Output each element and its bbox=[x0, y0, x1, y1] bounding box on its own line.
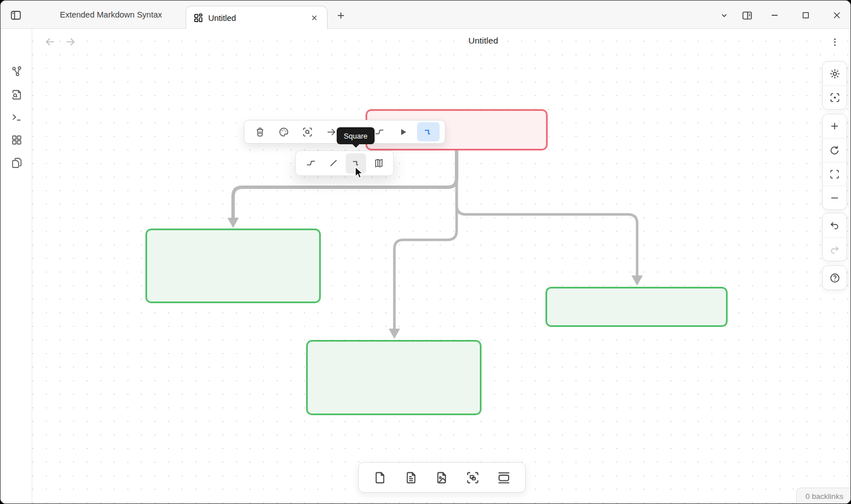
frame-capture-icon[interactable] bbox=[462, 466, 484, 489]
tooltip: Square bbox=[337, 127, 375, 144]
kebab-menu-icon[interactable] bbox=[827, 35, 842, 49]
panel-left-icon[interactable] bbox=[8, 8, 23, 23]
terminal-icon[interactable] bbox=[9, 110, 24, 124]
backlinks-badge[interactable]: 0 backlinks bbox=[796, 488, 851, 504]
maximize-icon[interactable] bbox=[798, 7, 814, 23]
frame-zoom-icon[interactable] bbox=[298, 122, 318, 141]
tab-label: Untitled bbox=[208, 14, 303, 23]
plus-icon[interactable] bbox=[823, 114, 846, 138]
left-sidebar bbox=[1, 29, 32, 504]
grid-icon[interactable] bbox=[9, 132, 24, 147]
tab-bar: Extended Markdown Syntax Untitled bbox=[1, 1, 851, 29]
minus-icon[interactable] bbox=[823, 186, 846, 209]
tab-label: Extended Markdown Syntax bbox=[60, 10, 162, 19]
fit-screen-icon[interactable] bbox=[823, 162, 846, 186]
new-page-icon[interactable] bbox=[368, 466, 391, 489]
text-doc-icon[interactable] bbox=[399, 466, 422, 489]
minimize-icon[interactable] bbox=[767, 7, 783, 23]
curve-icon[interactable] bbox=[300, 153, 321, 174]
frame-focus-icon[interactable] bbox=[823, 85, 846, 109]
connector-shape-menu bbox=[295, 150, 394, 176]
square-connector-icon[interactable] bbox=[417, 122, 440, 141]
trash-icon[interactable] bbox=[250, 122, 270, 141]
play-icon[interactable] bbox=[393, 122, 414, 141]
tab-extended-markdown-syntax[interactable]: Extended Markdown Syntax bbox=[40, 1, 182, 29]
backlinks-label: 0 backlinks bbox=[806, 492, 844, 501]
split-view-icon[interactable] bbox=[739, 7, 755, 23]
close-icon[interactable] bbox=[308, 12, 320, 24]
pages-icon[interactable] bbox=[9, 155, 24, 170]
page-title: Untitled bbox=[435, 36, 532, 46]
palette-icon[interactable] bbox=[273, 122, 294, 141]
undo-icon[interactable] bbox=[823, 213, 846, 237]
right-toolbar-group-zoom bbox=[822, 114, 847, 210]
tooltip-label: Square bbox=[344, 132, 368, 140]
right-toolbar-group-history bbox=[822, 213, 847, 261]
edgeless-canvas[interactable]: Untitled bbox=[32, 29, 851, 504]
square-corner-icon[interactable] bbox=[346, 153, 366, 174]
tab-untitled[interactable]: Untitled bbox=[186, 6, 328, 29]
presentation-icon[interactable] bbox=[493, 466, 515, 489]
right-toolbar-group-help bbox=[822, 265, 847, 290]
doc-search-icon[interactable] bbox=[9, 87, 24, 102]
map-icon[interactable] bbox=[368, 153, 389, 174]
settings-icon[interactable] bbox=[823, 62, 846, 85]
app-window: Extended Markdown Syntax Untitled bbox=[0, 0, 851, 504]
shape-node-green-bottom[interactable] bbox=[306, 340, 482, 415]
arrow-right-icon[interactable] bbox=[63, 35, 78, 49]
reset-zoom-icon[interactable] bbox=[823, 138, 846, 162]
chevron-down-icon[interactable] bbox=[716, 7, 732, 23]
insert-toolbar bbox=[358, 462, 526, 493]
help-icon[interactable] bbox=[823, 266, 846, 290]
redo-icon[interactable] bbox=[823, 237, 846, 261]
straight-line-icon[interactable] bbox=[323, 153, 343, 174]
shape-node-green-right[interactable] bbox=[545, 287, 728, 327]
right-toolbar-group-view bbox=[822, 61, 847, 110]
edgeless-doc-icon bbox=[193, 12, 204, 23]
arrow-left-icon[interactable] bbox=[43, 35, 58, 49]
graph-icon[interactable] bbox=[9, 64, 24, 79]
shape-node-green-left[interactable] bbox=[145, 229, 321, 303]
plus-icon[interactable] bbox=[334, 8, 347, 22]
close-window-icon[interactable] bbox=[829, 7, 845, 23]
image-icon[interactable] bbox=[431, 466, 453, 489]
